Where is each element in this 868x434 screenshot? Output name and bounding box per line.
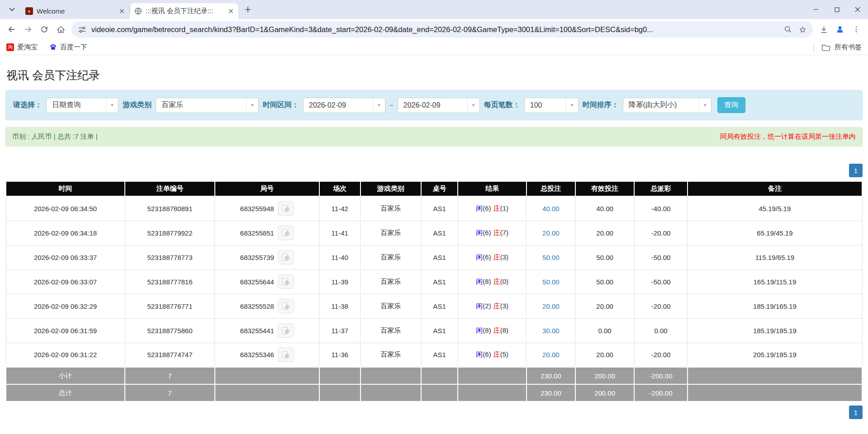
minimize-button[interactable] xyxy=(806,0,826,19)
url-bar[interactable]: videoie.com/game/betrecord_search/kind3?… xyxy=(71,21,813,38)
total-bet-link[interactable]: 20.00 xyxy=(542,229,560,237)
col-game: 游戏类别 xyxy=(360,181,421,196)
video-file-icon xyxy=(282,302,290,310)
date-end-value: 2026-02-09 xyxy=(398,101,467,109)
payout-cell: -40.00 xyxy=(634,196,687,221)
query-type-select[interactable]: 日期查询 xyxy=(46,98,119,113)
total-bet-link[interactable]: 50.00 xyxy=(542,254,560,261)
globe-icon xyxy=(134,7,142,15)
video-replay-button[interactable] xyxy=(278,299,294,313)
payout-cell: -50.00 xyxy=(634,245,687,269)
close-window-button[interactable] xyxy=(847,0,868,19)
tab-strip: Welcome :::视讯 会员下注纪录::: xyxy=(0,0,868,19)
all-bookmarks[interactable]: 所有书签 xyxy=(814,43,862,52)
tab-welcome[interactable]: Welcome xyxy=(21,3,129,19)
subtotal-valid-bet: 200.00 xyxy=(575,367,635,384)
round-id: 683255441 xyxy=(240,327,274,335)
table-row: 2026-02-09 06:34:18 523188779922 6832558… xyxy=(6,221,862,245)
tab-betrecord[interactable]: :::视讯 会员下注纪录::: xyxy=(130,3,238,19)
round-cell: 683255739 xyxy=(215,245,319,269)
per-page-select[interactable]: 100 xyxy=(524,98,579,113)
bet-id-cell: 523188777816 xyxy=(125,269,215,294)
reload-icon xyxy=(40,25,49,34)
video-replay-button[interactable] xyxy=(278,250,294,264)
total-bet-link[interactable]: 20.00 xyxy=(542,351,560,359)
pagination-bottom: 1 xyxy=(5,406,863,419)
video-replay-button[interactable] xyxy=(278,226,294,240)
video-replay-button[interactable] xyxy=(278,201,294,216)
close-icon[interactable] xyxy=(227,7,235,15)
chevron-down-icon xyxy=(246,98,258,113)
url-text[interactable]: videoie.com/game/betrecord_search/kind3?… xyxy=(91,25,778,34)
player-result: 闲 xyxy=(476,302,483,310)
remark-cell: 45.19/5.19 xyxy=(688,196,862,221)
page-1-button[interactable]: 1 xyxy=(849,164,863,177)
date-start-select[interactable]: 2026-02-09 xyxy=(303,98,385,113)
home-button[interactable] xyxy=(52,21,69,38)
total-bet-link[interactable]: 30.00 xyxy=(542,327,560,335)
profile-button[interactable] xyxy=(832,21,848,38)
total-payout: -200.00 xyxy=(634,384,687,401)
bet-id-cell: 523188779922 xyxy=(125,221,215,245)
tab-title: Welcome xyxy=(37,7,114,15)
game-cell: 百家乐 xyxy=(360,221,421,245)
result-cell: 闲(8)庄(8) xyxy=(458,318,526,343)
search-button[interactable]: 查询 xyxy=(717,97,745,113)
session-cell: 11-42 xyxy=(319,196,360,221)
game-kind-value: 百家乐 xyxy=(156,100,246,110)
round-id: 683255948 xyxy=(240,205,274,212)
new-tab-button[interactable] xyxy=(242,4,254,15)
game-cell: 百家乐 xyxy=(360,318,421,343)
bookmark-star-icon[interactable] xyxy=(797,24,807,34)
bet-id-cell: 523188776771 xyxy=(125,294,215,318)
total-bet-cell: 50.00 xyxy=(526,269,575,294)
site-settings-icon[interactable] xyxy=(77,24,87,34)
zoom-icon[interactable] xyxy=(783,24,793,34)
back-button[interactable] xyxy=(4,21,20,38)
game-cell: 百家乐 xyxy=(360,196,421,221)
col-payout: 总派彩 xyxy=(634,181,687,196)
game-kind-label: 游戏类别 xyxy=(123,100,152,110)
forward-button[interactable] xyxy=(20,21,36,38)
back-arrow-icon xyxy=(7,24,17,34)
menu-button[interactable] xyxy=(848,21,864,38)
table-row: 2026-02-09 06:32:29 523188776771 6832555… xyxy=(6,294,862,318)
game-kind-select[interactable]: 百家乐 xyxy=(156,98,259,113)
video-replay-button[interactable] xyxy=(278,323,294,338)
payout-cell: -50.00 xyxy=(634,269,687,294)
player-result: 闲 xyxy=(476,278,483,285)
round-id: 683255528 xyxy=(240,302,274,310)
total-bet-cell: 50.00 xyxy=(526,245,575,269)
video-file-icon xyxy=(282,229,290,236)
reload-button[interactable] xyxy=(36,21,52,38)
time-sort-select[interactable]: 降幂(由大到小) xyxy=(623,98,711,113)
banker-result: 庄 xyxy=(493,350,500,358)
date-end-select[interactable]: 2026-02-09 xyxy=(398,98,480,113)
session-cell: 11-38 xyxy=(319,294,360,318)
total-bet-link[interactable]: 40.00 xyxy=(542,205,560,212)
page-1-button[interactable]: 1 xyxy=(849,406,863,419)
download-icon xyxy=(819,25,829,34)
banker-result: 庄 xyxy=(493,302,500,310)
downloads-button[interactable] xyxy=(816,21,832,38)
bookmark-baidu[interactable]: 百度一下 xyxy=(49,43,87,52)
payout-cell: -20.00 xyxy=(634,221,687,245)
total-bet-link[interactable]: 20.00 xyxy=(542,302,560,310)
result-cell: 闲(6)庄(3) xyxy=(458,245,526,269)
page-content: 视讯 会员下注纪录 请选择： 日期查询 游戏类别 百家乐 时间区间： 2026-… xyxy=(0,55,868,419)
table-no-cell: AS1 xyxy=(421,221,458,245)
video-replay-button[interactable] xyxy=(278,274,294,289)
maximize-button[interactable] xyxy=(826,0,847,19)
taobao-icon xyxy=(6,43,14,51)
remark-cell: 185.19/165.19 xyxy=(688,294,862,318)
bookmark-aitaobao[interactable]: 爱淘宝 xyxy=(6,43,38,52)
session-cell: 11-40 xyxy=(319,245,360,269)
video-replay-button[interactable] xyxy=(278,348,294,362)
tab-search-button[interactable] xyxy=(5,3,18,16)
col-remark: 备注 xyxy=(688,181,862,196)
total-bet-link[interactable]: 50.00 xyxy=(542,278,560,286)
bet-records-table: 时间 注单编号 局号 场次 游戏类别 桌号 结果 总投注 有效投注 总派彩 备注… xyxy=(5,181,863,402)
round-id: 683255739 xyxy=(240,254,274,261)
close-icon[interactable] xyxy=(118,7,126,15)
bet-id-cell: 523188774747 xyxy=(125,343,215,367)
